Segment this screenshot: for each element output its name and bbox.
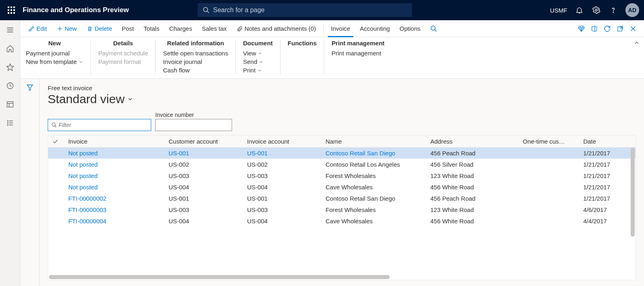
help-icon[interactable] [608, 5, 618, 15]
cell-onetime[interactable] [519, 182, 579, 193]
cell-name[interactable]: Cave Wholesales [321, 182, 426, 193]
totals-button[interactable]: Totals [139, 23, 163, 34]
row-selector[interactable] [48, 182, 64, 193]
cell-onetime[interactable] [519, 148, 579, 159]
cell-customer-account[interactable]: US-001 [165, 193, 243, 204]
gear-icon[interactable] [591, 5, 601, 15]
row-selector[interactable] [48, 204, 64, 216]
bell-icon[interactable] [574, 5, 584, 15]
select-all-header[interactable] [48, 136, 64, 148]
cell-invoice[interactable]: Not posted [64, 170, 165, 182]
salestax-button[interactable]: Sales tax [198, 23, 231, 34]
ribbon-item[interactable]: Print [243, 66, 272, 74]
cell-address[interactable]: 456 Peach Road [426, 148, 519, 159]
row-selector[interactable] [48, 148, 64, 159]
quick-filter-input[interactable] [59, 122, 148, 128]
horizontal-scrollbar[interactable] [49, 275, 390, 279]
cell-address[interactable]: 456 White Road [426, 216, 519, 227]
notes-button[interactable]: Notes and attachments (0) [232, 23, 320, 34]
workspace-icon[interactable] [4, 99, 16, 110]
cell-customer-account[interactable]: US-004 [165, 182, 243, 193]
cell-date[interactable]: 1/21/2017 [579, 193, 636, 204]
cell-onetime[interactable] [519, 170, 579, 182]
ribbon-item[interactable]: Settle open transactions [163, 49, 228, 57]
page-title[interactable]: Standard view [48, 92, 636, 106]
invoice-tab[interactable]: Invoice [327, 23, 355, 34]
ribbon-item[interactable]: Send [243, 57, 272, 66]
recent-icon[interactable] [4, 80, 16, 91]
options-tab[interactable]: Options [395, 23, 424, 34]
cell-invoice-account[interactable]: US-001 [243, 193, 321, 204]
quick-filter[interactable] [48, 119, 151, 131]
find-button[interactable] [426, 23, 441, 34]
cell-date[interactable]: 4/6/2017 [579, 204, 636, 216]
collapse-ribbon-icon[interactable] [633, 40, 640, 46]
cell-address[interactable]: 123 White Road [426, 170, 519, 182]
col-address[interactable]: Address [426, 136, 519, 148]
refresh-icon[interactable] [604, 25, 611, 32]
row-selector[interactable] [48, 170, 64, 182]
search-box[interactable] [198, 3, 412, 17]
ribbon-item[interactable]: Payment journal [26, 49, 83, 57]
cell-date[interactable]: 1/21/2017 [579, 148, 636, 159]
cell-date[interactable]: 1/21/2017 [579, 170, 636, 182]
cell-customer-account[interactable]: US-003 [165, 204, 243, 216]
table-row[interactable]: Not postedUS-003US-003Forest Wholesales1… [48, 170, 636, 182]
ribbon-item[interactable]: Print management [332, 49, 384, 57]
user-avatar[interactable]: AD [625, 3, 639, 17]
ribbon-item[interactable]: View [243, 49, 272, 57]
cell-name[interactable]: Forest Wholesales [321, 204, 426, 216]
cell-invoice[interactable]: Not posted [64, 159, 165, 170]
cell-onetime[interactable] [519, 193, 579, 204]
close-icon[interactable] [629, 25, 637, 32]
star-icon[interactable] [4, 61, 16, 73]
table-row[interactable]: Not postedUS-004US-004Cave Wholesales456… [48, 182, 636, 193]
col-customer-account[interactable]: Customer account [165, 136, 243, 148]
company-code[interactable]: USMF [550, 7, 567, 14]
cell-invoice[interactable]: FTI-00000003 [64, 204, 165, 216]
cell-invoice-account[interactable]: US-003 [243, 170, 321, 182]
table-row[interactable]: FTI-00000002US-001US-001Contoso Retail S… [48, 193, 636, 204]
table-row[interactable]: FTI-00000003US-003US-003Forest Wholesale… [48, 204, 636, 216]
cell-address[interactable]: 456 White Road [426, 182, 519, 193]
row-selector[interactable] [48, 193, 64, 204]
ribbon-item[interactable]: Invoice journal [163, 57, 228, 66]
office-icon[interactable] [591, 25, 598, 32]
cell-invoice[interactable]: Not posted [64, 148, 165, 159]
row-selector[interactable] [48, 159, 64, 170]
col-invoice[interactable]: Invoice [64, 136, 165, 148]
cell-invoice-account[interactable]: US-001 [243, 148, 321, 159]
new-button[interactable]: New [53, 23, 81, 34]
cell-customer-account[interactable]: US-002 [165, 159, 243, 170]
row-selector[interactable] [48, 216, 64, 227]
cell-date[interactable]: 4/4/2017 [579, 216, 636, 227]
home-icon[interactable] [4, 43, 16, 54]
post-button[interactable]: Post [118, 23, 138, 34]
ribbon-item[interactable]: New from template [26, 57, 83, 66]
cell-invoice[interactable]: FTI-00000004 [64, 216, 165, 227]
cell-address[interactable]: 456 Peach Road [426, 193, 519, 204]
diamond-icon[interactable] [578, 25, 585, 32]
cell-name[interactable]: Contoso Retail San Diego [321, 193, 426, 204]
accounting-tab[interactable]: Accounting [356, 23, 394, 34]
cell-date[interactable]: 1/21/2017 [579, 182, 636, 193]
table-row[interactable]: FTI-00000004US-004US-004Cave Wholesales4… [48, 216, 636, 227]
cell-onetime[interactable] [519, 204, 579, 216]
cell-onetime[interactable] [519, 159, 579, 170]
cell-name[interactable]: Cave Wholesales [321, 216, 426, 227]
charges-button[interactable]: Charges [165, 23, 196, 34]
cell-address[interactable]: 456 Silver Road [426, 159, 519, 170]
cell-invoice[interactable]: Not posted [64, 182, 165, 193]
cell-invoice-account[interactable]: US-004 [243, 182, 321, 193]
cell-date[interactable]: 1/21/2017 [579, 159, 636, 170]
table-row[interactable]: Not postedUS-002US-002Contoso Retail Los… [48, 159, 636, 170]
cell-name[interactable]: Contoso Retail Los Angeles [321, 159, 426, 170]
app-launcher-icon[interactable] [5, 4, 18, 17]
cell-name[interactable]: Contoso Retail San Diego [321, 148, 426, 159]
col-onetime[interactable]: One-time cus… [519, 136, 579, 148]
col-name[interactable]: Name [321, 136, 426, 148]
cell-invoice[interactable]: FTI-00000002 [64, 193, 165, 204]
cell-address[interactable]: 123 White Road [426, 204, 519, 216]
cell-customer-account[interactable]: US-001 [165, 148, 243, 159]
table-row[interactable]: Not postedUS-001US-001Contoso Retail San… [48, 148, 636, 159]
